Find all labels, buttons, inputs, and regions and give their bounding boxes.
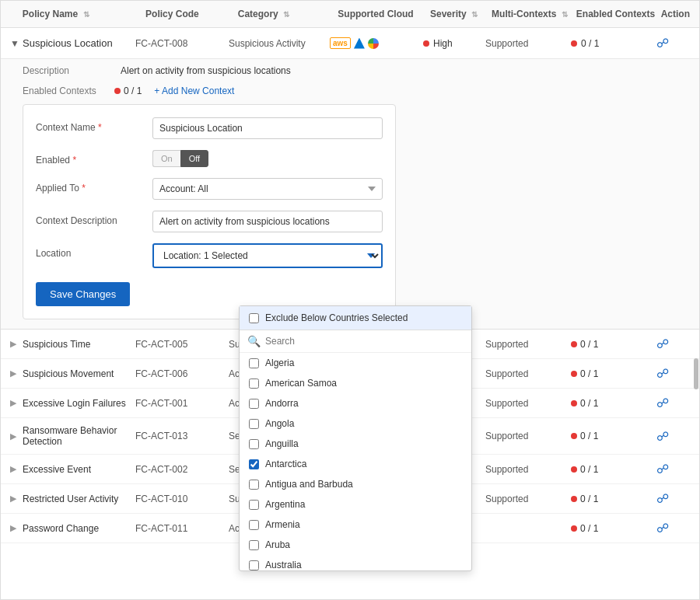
list-item: American Samoa (240, 373, 471, 393)
country-checkbox[interactable] (249, 560, 259, 570)
save-changes-button[interactable]: Save Changes (36, 282, 130, 306)
context-name-row: Context Name * (36, 117, 383, 139)
main-category: Suspicious Activity (229, 38, 330, 49)
row-enabled-contexts: 0 / 1 (571, 431, 656, 441)
row-policy-name: Excessive Login Failures (23, 398, 135, 409)
context-desc-label: Context Description (36, 211, 152, 226)
row-policy-code: FC-ACT-011 (135, 523, 229, 534)
context-name-input[interactable] (152, 117, 383, 139)
edit-icon[interactable]: ☍ (656, 337, 669, 351)
country-checkbox[interactable] (249, 540, 259, 550)
main-policy-row: ▼ Suspicious Location FC-ACT-008 Suspici… (1, 28, 699, 59)
header-enabled-contexts: Enabled Contexts (576, 9, 661, 19)
list-item: Aruba (240, 535, 471, 555)
sort-icon-policy[interactable]: ⇅ (83, 10, 89, 19)
expand-icon[interactable]: ▶ (10, 431, 23, 441)
country-name: American Samoa (265, 378, 337, 389)
header-multi-contexts: Multi-Contexts ⇅ (492, 9, 576, 19)
expand-icon[interactable]: ▶ (10, 523, 23, 533)
country-checkbox[interactable] (249, 419, 259, 429)
save-row: Save Changes (36, 279, 383, 306)
list-item: Algeria (240, 353, 471, 373)
country-checkbox[interactable] (249, 358, 259, 368)
row-multi-contexts: Supported (485, 464, 571, 475)
edit-icon[interactable]: ☍ (656, 367, 669, 380)
row-ctx-count: 0 / 1 (580, 431, 598, 441)
location-label: Location (36, 243, 152, 259)
list-item: Andorra (240, 393, 471, 413)
row-policy-code: FC-ACT-006 (135, 368, 229, 379)
enabled-row: Enabled * On Off (36, 150, 383, 167)
description-label: Description (23, 65, 108, 76)
expand-icon[interactable]: ▶ (10, 464, 23, 474)
expand-icon[interactable]: ▼ (10, 38, 23, 49)
row-ctx-dot (571, 371, 577, 377)
main-enabled-contexts: 0 / 1 (571, 38, 656, 49)
expand-icon[interactable]: ▶ (10, 339, 23, 349)
applied-to-select[interactable]: Account: All (152, 178, 383, 200)
context-desc-input[interactable] (152, 211, 383, 232)
header-policy-name: Policy Name ⇅ (23, 9, 145, 19)
row-policy-name: Suspicious Movement (23, 368, 135, 379)
add-context-link[interactable]: + Add New Context (154, 85, 234, 96)
edit-icon[interactable]: ☍ (656, 430, 669, 443)
severity-dot (423, 40, 429, 47)
row-action: ☍ (656, 337, 690, 351)
edit-icon[interactable]: ☍ (656, 37, 669, 50)
country-checkbox[interactable] (249, 500, 259, 510)
country-checkbox[interactable] (249, 439, 259, 449)
edit-icon[interactable]: ☍ (656, 492, 669, 505)
country-checkbox[interactable] (249, 459, 259, 469)
search-icon: 🔍 (247, 335, 261, 347)
expand-icon[interactable]: ▶ (10, 368, 23, 378)
country-name: Andorra (265, 398, 299, 409)
contexts-row: Enabled Contexts 0 / 1 + Add New Context (1, 82, 699, 104)
contexts-label: Enabled Contexts (23, 85, 108, 96)
edit-icon[interactable]: ☍ (656, 522, 669, 535)
row-enabled-contexts: 0 / 1 (571, 464, 656, 475)
country-name: Anguilla (265, 438, 299, 449)
country-checkbox[interactable] (249, 480, 259, 490)
row-policy-code: FC-ACT-013 (135, 431, 229, 441)
row-ctx-dot (571, 341, 577, 347)
list-item: Antigua and Barbuda (240, 474, 471, 494)
toggle-off-button[interactable]: Off (180, 150, 208, 167)
country-checkbox[interactable] (249, 520, 259, 530)
row-ctx-count: 0 / 1 (580, 398, 598, 409)
row-multi-contexts: Supported (485, 398, 571, 409)
edit-icon[interactable]: ☍ (656, 462, 669, 476)
row-enabled-contexts: 0 / 1 (571, 368, 656, 379)
exclude-checkbox[interactable] (249, 313, 259, 323)
country-checkbox[interactable] (249, 378, 259, 389)
sort-icon-severity[interactable]: ⇅ (471, 10, 478, 19)
row-action: ☍ (656, 491, 690, 506)
contexts-count: 0 / 1 (114, 85, 142, 96)
main-policy-name: Suspicious Location (23, 37, 135, 49)
country-checkbox[interactable] (249, 399, 259, 409)
expand-icon[interactable]: ▶ (10, 494, 23, 504)
row-action: ☍ (656, 366, 690, 381)
exclude-option[interactable]: Exclude Below Countries Selected (240, 306, 471, 330)
toggle-on-button[interactable]: On (152, 150, 180, 167)
azure-icon (354, 38, 365, 49)
row-enabled-contexts: 0 / 1 (571, 494, 656, 504)
dropdown-search-input[interactable] (265, 336, 464, 347)
scrollbar-indicator[interactable] (694, 358, 698, 389)
row-policy-code: FC-ACT-010 (135, 494, 229, 504)
row-ctx-dot (571, 525, 577, 532)
country-name: Antigua and Barbuda (265, 479, 353, 490)
location-select[interactable]: Location: 1 Selected (152, 243, 383, 268)
location-control: Location: 1 Selected (152, 243, 383, 268)
sort-icon-multi[interactable]: ⇅ (562, 10, 568, 19)
location-dropdown: Exclude Below Countries Selected 🔍 Alger… (239, 305, 472, 571)
applied-to-label: Applied To * (36, 178, 152, 194)
enabled-ctx-dot (571, 40, 577, 47)
sort-icon-category[interactable]: ⇅ (283, 10, 289, 19)
row-enabled-contexts: 0 / 1 (571, 398, 656, 409)
row-policy-code: FC-ACT-002 (135, 464, 229, 475)
enabled-required: * (72, 155, 76, 166)
row-action: ☍ (656, 396, 690, 410)
edit-icon[interactable]: ☍ (656, 396, 669, 410)
expand-icon[interactable]: ▶ (10, 398, 23, 408)
gcp-icon (368, 38, 379, 49)
